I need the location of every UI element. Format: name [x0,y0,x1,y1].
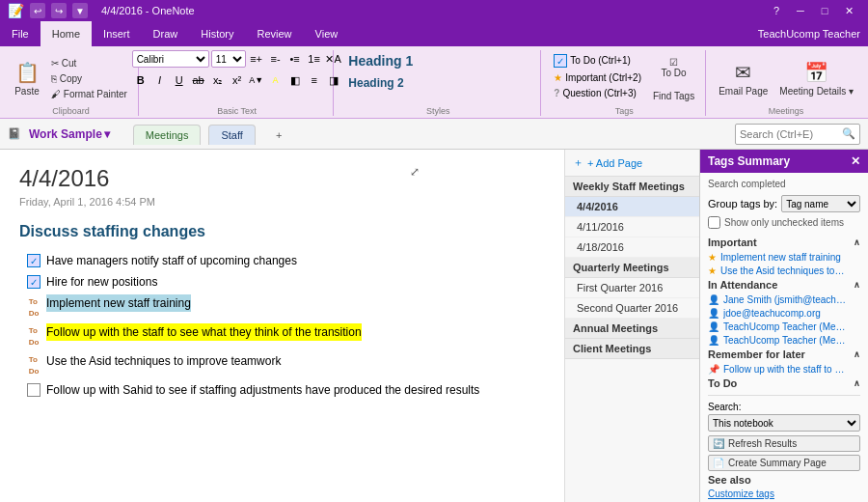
customize-tags-link[interactable]: Customize tags [708,488,860,499]
todo-tag-5[interactable]: ToDo [27,354,41,377]
undo-button[interactable]: ↩ [30,3,45,18]
todo-section-header[interactable]: To Do [708,377,860,389]
size-select[interactable]: 11 [211,50,246,68]
todo-button[interactable]: ☑ To Do [657,50,692,85]
question-tag-item[interactable]: ? Question (Ctrl+3) [549,86,646,100]
format-row: B I U ab x₂ x² A▼ A ◧ ≡ ◨ [132,71,342,89]
refresh-button[interactable]: 🔄 Refresh Results [708,435,860,452]
ribbon-content: 📋 Paste ✂ Cut ⎘ Copy 🖌 Format Painter Cl… [0,46,868,118]
bold-button[interactable]: B [132,71,149,89]
todo-tag-3[interactable]: ToDo [27,296,41,320]
format-painter-button[interactable]: 🖌 Format Painter [46,87,132,101]
tab-view[interactable]: View [304,21,350,46]
font-color-button[interactable]: A [267,71,285,89]
page-item-2[interactable]: 4/11/2016 [565,217,699,237]
person-icon-3: 👤 [708,321,719,332]
italic-button[interactable]: I [151,71,169,89]
styles-label: Styles [426,106,450,116]
page-item-q1[interactable]: First Quarter 2016 [565,278,699,298]
underline-button[interactable]: U [171,71,188,89]
title-bar-left: 📝 ↩ ↪ ▼ 4/4/2016 - OneNote [8,3,195,18]
remember-section-header[interactable]: Remember for later [708,349,860,360]
page-item-3[interactable]: 4/18/2016 [565,237,699,258]
strikethrough-button[interactable]: ab [190,71,207,89]
email-page-button[interactable]: ✉ Email Page [714,52,773,104]
align-left-button[interactable]: ◧ [286,71,304,89]
show-unchecked-checkbox[interactable] [708,216,720,229]
list-item: ToDo Implement new staff training [27,294,545,320]
important-tag-item[interactable]: ★ Important (Ctrl+2) [549,70,646,85]
user-name: TeachUcomp Teacher [750,21,868,46]
checkbox-2[interactable] [27,275,41,289]
numbering-button[interactable]: 1≡ [306,50,323,68]
search-input[interactable] [740,128,842,140]
meeting-icon: 📅 [804,61,828,84]
expand-button[interactable]: ⤢ [410,165,420,179]
help-button[interactable]: ? [765,0,788,21]
font-select[interactable]: Calibri [132,50,209,68]
search-scope-select[interactable]: This notebook [708,414,860,432]
todo-tag-4[interactable]: ToDo [27,325,41,349]
tags-panel-close-button[interactable]: ✕ [851,154,860,168]
list-item: Hire for new positions [27,273,545,291]
quick-access-button[interactable]: ▼ [72,3,88,18]
clipboard-small: ✂ Cut ⎘ Copy 🖌 Format Painter [46,56,132,101]
see-also-label: See also [708,474,860,486]
meeting-details-button[interactable]: 📅 Meeting Details ▾ [774,52,858,104]
remember-item-1: 📌 Follow up with the staff to see what .… [708,364,860,375]
bullets-button[interactable]: •≡ [286,50,304,68]
item-text-2: Hire for new positions [46,273,157,291]
redo-button[interactable]: ↪ [51,3,67,18]
tab-home[interactable]: Home [41,21,92,46]
cut-button[interactable]: ✂ Cut [46,56,132,70]
add-page-button[interactable]: ＋ + Add Page [565,150,699,177]
group-tags-row: Group tags by: Tag name [708,195,860,212]
search-label: Search: [708,402,860,412]
tags-panel-header: Tags Summary ✕ [700,150,868,173]
ribbon: File Home Insert Draw History Review Vie… [0,21,868,119]
tab-file[interactable]: File [0,21,41,46]
heading2-style[interactable]: Heading 2 [341,73,534,93]
align-center-button[interactable]: ≡ [306,71,323,89]
attendance-section-header[interactable]: In Attendance [708,279,860,291]
subscript-button[interactable]: x₂ [209,71,227,89]
tab-review[interactable]: Review [246,21,304,46]
increase-indent-button[interactable]: ≡+ [248,50,265,68]
person-icon-4: 👤 [708,335,719,346]
tab-history[interactable]: History [189,21,245,46]
paste-button[interactable]: 📋 Paste [10,52,44,104]
email-icon: ✉ [735,61,751,84]
remember-text-1: Follow up with the staff to see what ... [723,364,849,375]
tags-panel-title: Tags Summary [708,154,790,168]
star-icon-2: ★ [708,265,717,276]
highlight-button[interactable]: A▼ [248,71,265,89]
checkbox-6[interactable] [27,383,41,397]
tab-draw[interactable]: Draw [142,21,190,46]
close-button[interactable]: ✕ [837,0,860,21]
clipboard-label: Clipboard [52,106,90,116]
notebook-name[interactable]: Work Sample ▾ [29,127,110,141]
maximize-button[interactable]: □ [813,0,836,21]
weekly-header: Weekly Staff Meetings [565,177,699,197]
todo-tag-item[interactable]: To Do (Ctrl+1) [549,50,646,70]
page-item-1[interactable]: 4/4/2016 [565,197,699,217]
create-summary-button[interactable]: 📄 Create Summary Page [708,455,860,471]
copy-button[interactable]: ⎘ Copy [46,71,132,86]
heading1-style[interactable]: Heading 1 [341,50,534,71]
group-tags-select[interactable]: Tag name [781,195,860,212]
page-item-q2[interactable]: Second Quarter 2016 [565,298,699,319]
important-section-header[interactable]: Important [708,237,860,248]
remember-icon: 📌 [708,364,719,375]
section-tab-add[interactable]: + [263,125,294,145]
section-tab-staff[interactable]: Staff [208,125,255,145]
tab-insert[interactable]: Insert [92,21,142,46]
find-tags-button[interactable]: Find Tags [648,87,699,104]
tags-label: Tags [615,106,634,116]
superscript-button[interactable]: x² [229,71,246,89]
checkbox-1[interactable] [27,254,41,267]
search-box[interactable]: 🔍 [735,124,860,145]
decrease-indent-button[interactable]: ≡- [267,50,285,68]
minimize-button[interactable]: ─ [789,0,812,21]
section-tab-meetings[interactable]: Meetings [133,125,202,145]
quarterly-header: Quarterly Meetings [565,258,699,278]
